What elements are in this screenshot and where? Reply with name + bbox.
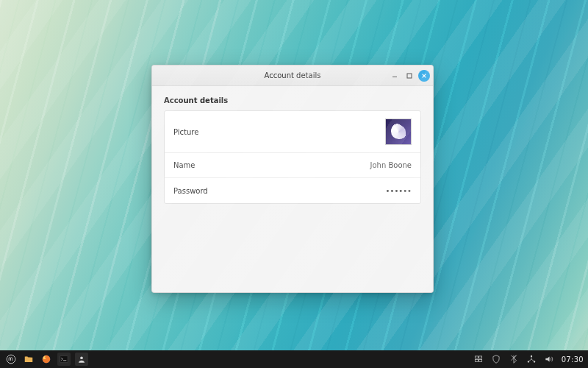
account-details-list: Picture Name John Boone Password •••••• xyxy=(164,110,421,204)
svg-rect-9 xyxy=(478,356,481,358)
bluetooth-icon[interactable] xyxy=(507,353,520,366)
window-titlebar[interactable]: Account details xyxy=(152,66,433,86)
shield-icon[interactable] xyxy=(490,353,503,366)
close-button[interactable] xyxy=(418,70,430,82)
section-title: Account details xyxy=(164,96,421,105)
svg-point-12 xyxy=(531,355,532,357)
name-value: John Boone xyxy=(370,161,412,169)
picture-row[interactable]: Picture xyxy=(165,111,420,153)
workspaces-icon[interactable] xyxy=(472,353,485,366)
window-title: Account details xyxy=(152,71,433,79)
taskbar: 07:30 xyxy=(0,350,588,368)
name-label: Name xyxy=(173,161,196,169)
taskbar-clock[interactable]: 07:30 xyxy=(562,355,584,364)
network-icon[interactable] xyxy=(525,353,538,366)
taskbar-left xyxy=(4,353,88,366)
svg-point-4 xyxy=(7,355,15,364)
svg-rect-8 xyxy=(475,356,478,358)
svg-rect-1 xyxy=(407,74,412,78)
svg-rect-10 xyxy=(475,360,478,362)
firefox-icon[interactable] xyxy=(40,353,53,366)
password-label: Password xyxy=(173,187,208,195)
taskbar-right: 07:30 xyxy=(472,353,584,366)
desktop-wallpaper: Account details Account details Picture xyxy=(0,0,588,368)
account-details-window: Account details Account details Picture xyxy=(151,65,434,293)
volume-icon[interactable] xyxy=(542,353,556,366)
window-content: Account details Picture Name John Boone … xyxy=(152,86,433,292)
svg-point-7 xyxy=(80,356,83,359)
password-row[interactable]: Password •••••• xyxy=(165,178,420,203)
files-icon[interactable] xyxy=(22,353,35,366)
avatar-icon[interactable] xyxy=(385,118,412,145)
maximize-button[interactable] xyxy=(404,70,415,82)
minimize-button[interactable] xyxy=(389,70,401,82)
svg-rect-11 xyxy=(478,360,481,362)
svg-line-2 xyxy=(423,74,426,77)
name-row[interactable]: Name John Boone xyxy=(165,153,420,178)
svg-line-3 xyxy=(423,74,426,77)
password-value: •••••• xyxy=(386,187,412,195)
mint-menu-icon[interactable] xyxy=(4,353,18,366)
user-account-taskbar-icon[interactable] xyxy=(75,353,88,366)
window-controls xyxy=(389,70,430,82)
svg-rect-6 xyxy=(60,355,68,362)
picture-label: Picture xyxy=(173,128,198,136)
terminal-icon[interactable] xyxy=(57,353,71,366)
